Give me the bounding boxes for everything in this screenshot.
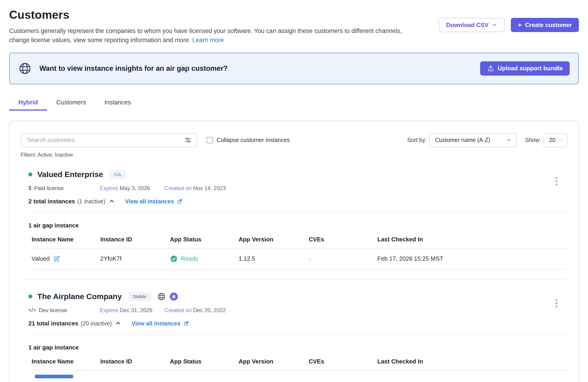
customer-header: The Airplane Company Stable [28,292,567,301]
cves-value: - [309,255,377,262]
created-value: Nov 14, 2023 [193,185,226,191]
kubernetes-icon [169,292,178,301]
collapse-caret-icon[interactable] [115,320,121,327]
total-instances: 2 total instances [28,198,75,205]
col-app-version: App Version [239,236,309,243]
learn-more-link[interactable]: Learn more [192,37,224,43]
instances-table: Instance Name Instance ID App Status App… [32,358,567,378]
banner-title: Want to view instance insights for an ai… [39,64,228,73]
customer-meta-row: $ Paid license Expires May 3, 2026 Creat… [28,185,567,191]
total-instances: 21 total instances [28,320,78,327]
page-title: Customers [9,8,419,21]
instance-name-cell: Valued [32,255,100,262]
external-link-icon [183,320,189,326]
create-customer-button[interactable]: + Create customer [511,18,579,32]
show-select[interactable]: 20 [544,133,567,147]
last-checked-in: Feb 17, 2026 15:25 MST [377,255,567,262]
app-status-cell: Ready [170,255,239,263]
instances-table: Instance Name Instance ID App Status App… [32,236,567,270]
kebab-menu-icon[interactable] [552,297,561,309]
page-description: Customers generally represent the compan… [9,27,419,45]
table-row: Valued 2YfoK7f Ready 1.12.5 - Feb 17, 20… [32,249,567,270]
created-pair: Created on Nov 14, 2023 [164,185,226,191]
customer-valued-enterprise: Valued Enterprise GA $ Paid license Expi… [21,170,567,270]
expires-label: Expires [100,185,118,191]
active-status-dot [28,172,32,176]
created-label: Created on [164,307,192,313]
view-all-instances-link[interactable]: View all instances [125,198,183,205]
col-instance-name: Instance Name [32,358,100,365]
chevron-down-icon [506,137,512,143]
col-last-checked-in: Last Checked In [377,236,567,243]
view-all-label: View all instances [131,320,180,327]
customer-header: Valued Enterprise GA [28,170,567,179]
created-value: Dec 20, 2022 [193,307,226,313]
airgap-section-title: 1 air gap instance [28,222,567,229]
search-wrap [21,133,197,147]
header-actions: Download CSV + Create customer [439,18,579,32]
expires-pair: Expires May 3, 2026 [100,185,164,191]
tab-hybrid[interactable]: Hybrid [9,95,47,111]
dev-license-icon: </> [28,307,36,313]
globe-icon [18,62,32,75]
tab-bar: Hybrid Customers Instances [9,95,579,111]
license-label: Dev license [39,307,67,314]
plus-icon: + [518,21,522,29]
table-header-row: Instance Name Instance ID App Status App… [32,358,567,371]
view-all-label: View all instances [125,198,174,205]
create-customer-label: Create customer [525,21,572,29]
instances-row: 21 total instances (20 inactive) View al… [28,320,567,327]
sort-select-value: Customer name (A-Z) [435,137,490,143]
col-instance-id: Instance ID [100,358,170,365]
active-status-dot [28,295,32,298]
filter-icon[interactable] [184,136,192,144]
inactive-instances: (20 inactive) [81,320,112,327]
collapse-group: Collapse customer instances [207,137,290,143]
download-csv-button[interactable]: Download CSV [439,18,504,32]
channel-badge: GA [109,170,126,179]
col-app-status: App Status [170,358,239,365]
paid-license-icon: $ [28,185,31,191]
inactive-instances: (1 inactive) [77,198,105,205]
divider [28,334,567,334]
install-type-icons [157,292,178,301]
collapse-caret-icon[interactable] [108,198,115,205]
kebab-menu-icon[interactable] [552,175,561,187]
edit-icon[interactable] [53,255,60,262]
toolbar: Collapse customer instances Sort by Cust… [21,133,567,147]
app-version: 1.12.5 [239,255,309,262]
show-label: Show [525,137,540,143]
search-input[interactable] [21,133,197,147]
expires-pair: Expires Dec 31, 2026 [100,307,164,314]
airgap-globe-icon [157,292,166,301]
download-csv-label: Download CSV [446,21,488,29]
tab-instances[interactable]: Instances [95,95,140,111]
upload-icon [487,65,494,72]
ready-check-icon [170,255,178,263]
col-cves: CVEs [309,236,377,243]
customer-separator [21,280,567,280]
cutoff-row-element [35,375,73,378]
customer-name[interactable]: The Airplane Company [37,292,122,301]
table-header-row: Instance Name Instance ID App Status App… [32,236,567,249]
created-label: Created on [164,185,192,191]
expires-value: Dec 31, 2026 [120,307,152,313]
filters-note: Filters: Active, Inactive [21,152,567,158]
airgap-section-title: 1 air gap instance [28,344,567,351]
col-app-status: App Status [170,236,239,243]
show-group: Show 20 [525,133,567,147]
chevron-down-icon [492,22,497,28]
upload-support-bundle-label: Upload support bundle [498,65,563,72]
collapse-label: Collapse customer instances [217,137,290,143]
collapse-checkbox[interactable] [207,137,213,143]
customer-name[interactable]: Valued Enterprise [37,170,103,179]
customers-page: Customers Customers generally represent … [0,0,588,382]
customer-meta-row: </> Dev license Expires Dec 31, 2026 Cre… [28,307,567,314]
view-all-instances-link[interactable]: View all instances [131,320,189,327]
col-app-version: App Version [239,358,309,365]
upload-support-bundle-button[interactable]: Upload support bundle [480,61,570,76]
instance-name: Valued [32,255,50,262]
sort-select[interactable]: Customer name (A-Z) [429,133,517,147]
tab-customers[interactable]: Customers [47,95,95,111]
divider [28,212,567,212]
